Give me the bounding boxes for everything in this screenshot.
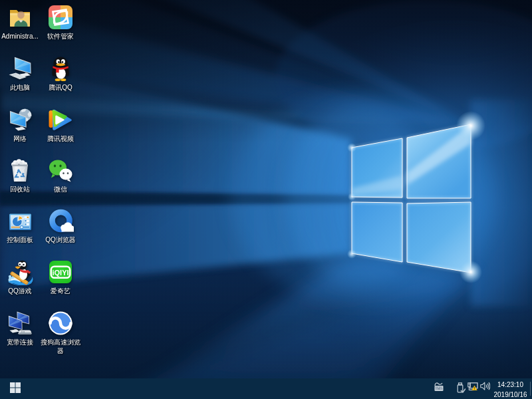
svg-text:iQIYI: iQIYI	[52, 269, 68, 277]
